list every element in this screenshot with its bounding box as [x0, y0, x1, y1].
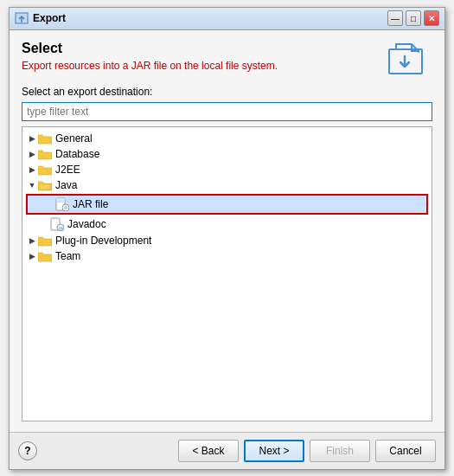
tree-item-j2ee[interactable]: J2EE: [22, 162, 432, 177]
cancel-button[interactable]: Cancel: [375, 440, 436, 462]
title-bar: Export — □ ✕: [10, 8, 444, 30]
label-j2ee: J2EE: [55, 164, 80, 176]
help-button[interactable]: ?: [18, 441, 37, 460]
folder-icon-j2ee: [38, 164, 52, 176]
label-plugin: Plug-in Development: [55, 235, 151, 247]
arrow-general: [26, 132, 38, 145]
folder-icon-java-open: [38, 179, 52, 191]
label-team: Team: [55, 250, 80, 262]
page-description: Export resources into a JAR file on the …: [22, 60, 278, 72]
label-jar-file: JAR file: [73, 198, 108, 210]
tree-item-plugin[interactable]: Plug-in Development: [22, 233, 432, 248]
javadoc-icon: @: [50, 217, 64, 231]
arrow-java: [26, 179, 38, 191]
arrow-plugin: [26, 235, 38, 247]
folder-icon-database: [38, 148, 52, 160]
svg-rect-4: [56, 198, 65, 203]
dialog-content: Select Export resources into a JAR file …: [10, 30, 444, 432]
tree-item-team[interactable]: Team: [22, 248, 432, 264]
label-java: Java: [55, 179, 77, 191]
folder-icon-plugin: [38, 235, 52, 247]
finish-button[interactable]: Finish: [310, 440, 370, 462]
arrow-team: [26, 250, 38, 262]
tree-item-general[interactable]: General: [22, 131, 432, 146]
label-database: Database: [55, 148, 99, 160]
header-text: Select Export resources into a JAR file …: [22, 41, 278, 72]
export-window: Export — □ ✕ Select Export resources int…: [9, 7, 445, 470]
tree-item-javadoc[interactable]: @ Javadoc: [35, 215, 432, 233]
label-javadoc: Javadoc: [67, 218, 106, 230]
svg-point-6: [64, 206, 67, 209]
minimize-button[interactable]: —: [387, 10, 403, 26]
folder-icon-team: [38, 250, 52, 262]
highlighted-jar-box: JAR file: [26, 194, 428, 215]
export-icon: [387, 41, 429, 77]
tree-item-jar-file[interactable]: JAR file: [28, 196, 426, 213]
window-controls: — □ ✕: [387, 10, 439, 26]
footer-right: < Back Next > Finish Cancel: [178, 440, 436, 462]
jar-file-icon: [55, 197, 69, 211]
folder-icon-general: [38, 132, 52, 145]
maximize-button[interactable]: □: [406, 10, 421, 26]
tree-item-java[interactable]: Java: [22, 177, 432, 193]
arrow-j2ee: [26, 164, 38, 176]
dialog-footer: ? < Back Next > Finish Cancel: [10, 432, 444, 469]
footer-left: ?: [18, 441, 37, 460]
label-general: General: [55, 132, 93, 145]
tree-container[interactable]: General Database J2EE: [22, 126, 432, 421]
window-icon: [15, 11, 29, 25]
arrow-database: [26, 148, 38, 160]
back-button[interactable]: < Back: [178, 440, 239, 462]
svg-text:@: @: [59, 226, 63, 231]
page-title: Select: [22, 41, 278, 56]
next-button[interactable]: Next >: [244, 440, 304, 462]
destination-label: Select an export destination:: [22, 86, 432, 98]
header-section: Select Export resources into a JAR file …: [22, 41, 432, 77]
filter-input[interactable]: [22, 102, 432, 121]
tree-item-database[interactable]: Database: [22, 146, 432, 162]
window-title: Export: [33, 12, 387, 24]
close-button[interactable]: ✕: [424, 10, 439, 26]
